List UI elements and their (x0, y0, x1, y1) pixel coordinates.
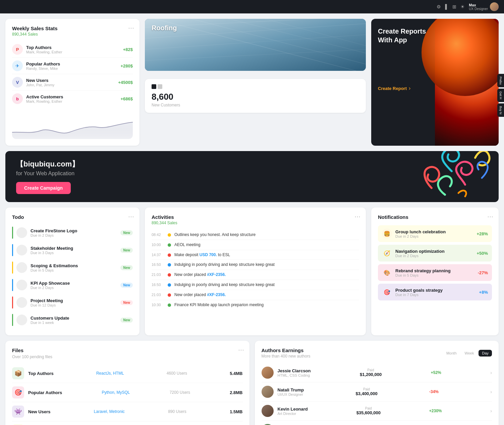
tab-week[interactable]: Week (461, 350, 478, 357)
todo-name: Create FireStone Logo (31, 228, 77, 233)
todo-item: Scoping & Estimations Due in 5 Days New (12, 259, 133, 276)
author-row: P Top Authors Mark, Rowling, Esther +82$ (12, 41, 133, 58)
file-icon: 🎯 (12, 386, 24, 398)
sidebar-tab-buyn[interactable]: Buy N (497, 103, 504, 117)
todo-badge: New (120, 248, 133, 253)
earnings-name: Natali Trump (278, 387, 304, 392)
paid-label: Paid (360, 368, 382, 372)
grid-icon[interactable]: ⊞ (452, 4, 456, 9)
todo-name: KPI App Showcase (31, 281, 70, 286)
todo-avatar (16, 315, 27, 325)
todo-badge: New (120, 300, 133, 305)
card-subtitle: 890,344 Sales (12, 32, 133, 37)
todo-bar (12, 262, 13, 274)
todo-item: Customers Update Due in 1 week New (12, 311, 133, 329)
file-icon: 📦 (12, 367, 24, 379)
activity-link[interactable]: #XF-2356. (207, 292, 226, 297)
todo-name: Stakeholder Meeting (31, 246, 73, 251)
activity-time: 14:37 (152, 253, 164, 257)
author-value: +82$ (123, 47, 133, 52)
tab-day[interactable]: Day (479, 350, 492, 357)
create-campaign-button[interactable]: Create Campaign (16, 182, 71, 194)
file-tech: Python, MySQL (102, 390, 130, 395)
avatar[interactable] (490, 2, 499, 11)
earnings-change: +230% (429, 409, 442, 413)
notifications-card: Notifications ⋯ 🍔 Group lunch celebratio… (371, 207, 499, 335)
activities-title: Activities (152, 214, 359, 220)
create-report-link[interactable]: Create Report › (378, 85, 492, 91)
files-menu-icon[interactable]: ⋯ (238, 346, 244, 353)
activity-time: 10:30 (152, 303, 164, 307)
author-sub: Mark, Rowling, Esther (26, 99, 63, 103)
new-customers-card: 8,600 New Customers (145, 79, 366, 113)
file-tech: ReactJs, HTML (96, 371, 124, 376)
chevron-right-icon[interactable]: › (490, 389, 492, 394)
earnings-subtitle: More than 400 new authors (262, 354, 311, 359)
search-icon[interactable]: ⚙ (437, 4, 441, 9)
activities-list: 08:42 Outlines keep you honest. And keep… (152, 230, 359, 310)
tab-month[interactable]: Month (443, 350, 460, 357)
earnings-row: Brad Simmons Successful Fellas Paid $200… (262, 421, 492, 425)
earnings-mid: Paid $3,400,000 (356, 387, 378, 396)
card-menu-icon[interactable]: ⋯ (128, 24, 134, 32)
notification-item: 🧭 Navigation optimization Due in 2 Days … (378, 245, 492, 262)
campaign-banner: 【biqubiqu.com】 for Your Web Application … (5, 151, 499, 202)
file-size: 5.4MB (230, 371, 242, 376)
author-name: Popular Authors (26, 61, 60, 66)
notif-value: +50% (477, 251, 488, 256)
chevron-right-icon[interactable]: › (490, 370, 492, 375)
todo-badge: New (120, 230, 133, 235)
new-customers-number: 8,600 (152, 92, 359, 102)
earnings-mid: Paid $1,200,000 (360, 368, 382, 377)
activity-link[interactable]: #XF-2356. (207, 272, 226, 277)
file-row: 🎯 Popular Authors Python, MySQL 7200 Use… (12, 383, 243, 402)
todo-bar (12, 296, 13, 309)
notif-name: Group lunch celebration (395, 229, 446, 234)
todo-avatar (16, 245, 27, 255)
campaign-content: 【biqubiqu.com】 for Your Web Application … (16, 159, 488, 194)
earnings-row: Natali Trump UI/UX Designer Paid $3,400,… (262, 382, 492, 402)
file-name: Popular Authors (28, 390, 62, 395)
todo-avatar (16, 262, 27, 273)
sidebar-tab-prebu[interactable]: Prebu (497, 74, 504, 87)
activity-text: Finance KPI Mobile app launch preparion … (174, 302, 264, 308)
notif-name: Product goals strategy (395, 288, 443, 293)
activity-time: 21:03 (152, 293, 164, 297)
activity-item: 21:03 New order placed #XF-2356. (152, 270, 359, 280)
campaign-title: 【biqubiqu.com】 (16, 159, 488, 169)
earnings-avatar (262, 386, 274, 398)
notifications-menu-icon[interactable]: ⋯ (487, 213, 493, 220)
reports-title: Create ReportsWith App (378, 27, 492, 44)
activity-time: 16:50 (152, 263, 164, 267)
notif-name: Rebrand strategy planning (395, 268, 451, 273)
battery-icon: ▌ (445, 4, 448, 9)
activities-menu-icon[interactable]: ⋯ (354, 213, 360, 220)
new-customers-label: New Customers (152, 103, 359, 107)
user-name: Max (469, 3, 488, 7)
todo-item: KPI App Showcase Due in 2 Days New (12, 276, 133, 294)
activity-time: 10:00 (152, 243, 164, 247)
file-icon: 👾 (12, 406, 24, 418)
authors-earnings-card: Authors Earnings More than 400 new autho… (255, 341, 499, 425)
earnings-amount: $3,400,000 (356, 391, 378, 396)
todo-item: Project Meeting Due in 12 Days New (12, 294, 133, 311)
activity-dot (168, 293, 171, 297)
activity-dot (168, 243, 171, 247)
sidebar-tab-geth[interactable]: Get H (497, 89, 504, 102)
brightness-icon[interactable]: ☀ (460, 4, 465, 9)
files-title: Files (12, 347, 243, 353)
user-role: UX Designer (469, 7, 488, 11)
earnings-change: -34% (429, 389, 439, 394)
file-size: 2.8MB (230, 390, 242, 395)
todo-title: Todo (12, 214, 133, 220)
earnings-role: Art Director (278, 412, 308, 416)
chevron-right-icon[interactable]: › (490, 408, 492, 414)
activity-dot (168, 253, 171, 257)
activity-link[interactable]: USD 700. (200, 252, 217, 257)
activity-item: 14:37 Make deposit USD 700. to ESL (152, 250, 359, 260)
todo-menu-icon[interactable]: ⋯ (128, 213, 134, 220)
stat-icon-gray (158, 84, 162, 89)
todo-bar (12, 244, 13, 256)
file-name: Top Authors (28, 371, 54, 376)
activity-item: 16:50 Indulging in poorly driving and ke… (152, 280, 359, 290)
